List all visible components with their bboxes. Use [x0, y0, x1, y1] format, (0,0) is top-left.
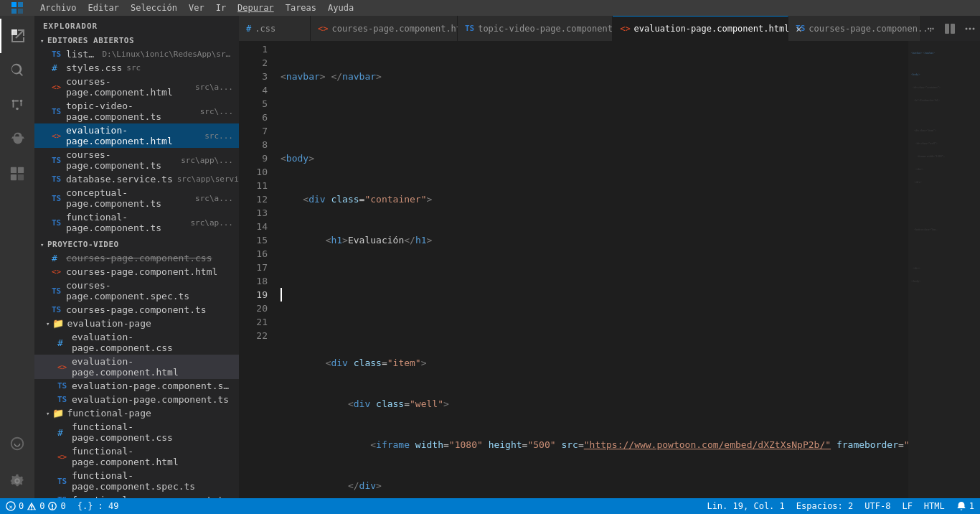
file-name: courses-page.component.html [66, 76, 191, 98]
menu-item-ir[interactable]: Ir [210, 0, 232, 16]
line-number: 9 [239, 151, 268, 165]
open-editors-header[interactable]: ▾ EDITORES ABIERTOS [34, 34, 239, 47]
file-courses-ts-tree[interactable]: TS courses-page.component.ts [34, 303, 239, 317]
file-name: evaluation-page.component.spec... [72, 380, 233, 391]
menu-item-archivo[interactable]: Archivo [34, 0, 83, 16]
line-number: 6 [239, 111, 268, 124]
activity-git[interactable] [0, 88, 34, 122]
html-icon: <> [57, 452, 69, 462]
code-line-3: <body> [281, 151, 908, 165]
menu-item-depurar[interactable]: Depurar [232, 0, 280, 16]
open-editor-functional-ts[interactable]: TS functional-page.component.ts src\ap..… [34, 210, 239, 235]
open-editor-courses-ts[interactable]: TS courses-page.component.ts src\app\... [34, 148, 239, 172]
folder-evaluation-page[interactable]: ▾ 📁 evaluation-page [34, 317, 239, 330]
tab-label: courses-page.componen... [809, 24, 933, 34]
statusbar-line-ending[interactable]: LF [896, 498, 918, 514]
code-line-9: <div class="well"> [281, 397, 908, 411]
file-courses-html-tree[interactable]: <> courses-page.component.html [34, 265, 239, 279]
file-eval-spec-ts[interactable]: TS evaluation-page.component.spec... [34, 379, 239, 393]
file-name: courses-page.component.ts [66, 149, 176, 171]
statusbar-language[interactable]: HTML [918, 498, 951, 514]
ts-icon: TS [57, 395, 69, 404]
svg-point-7 [16, 108, 19, 111]
file-path: src\... [200, 107, 233, 116]
more-tabs-button[interactable] [960, 16, 980, 41]
activity-remote[interactable] [0, 426, 34, 461]
file-func-html[interactable]: <> functional-page.component.html [34, 444, 239, 469]
editor-area: # .css <> courses-page.component.html TS… [239, 16, 980, 498]
line-number: 13 [239, 206, 268, 220]
statusbar-spaces[interactable]: Espacios: 2 [791, 498, 859, 514]
open-editors-label: EDITORES ABIERTOS [47, 36, 134, 45]
open-editor-database-ts[interactable]: TS database.service.ts src\app\services [34, 172, 239, 186]
svg-rect-8 [11, 167, 17, 173]
statusbar-notifications[interactable]: 1 [951, 498, 980, 514]
file-path: src... [204, 131, 233, 141]
tab-more-button[interactable]: ⋯ [921, 16, 940, 41]
line-number: 3 [239, 70, 268, 83]
file-eval-css[interactable]: # evaluation-page.component.css [34, 330, 239, 355]
notification-count: 1 [969, 501, 974, 511]
statusbar-encoding[interactable]: UTF-8 [859, 498, 896, 514]
file-func-spec-ts[interactable]: TS functional-page.component.spec.ts [34, 469, 239, 493]
ts-icon: TS [52, 156, 63, 165]
file-name: courses-page.component.spec.ts [66, 280, 233, 302]
css-icon: # [57, 337, 69, 348]
svg-rect-9 [18, 167, 24, 173]
file-func-ts[interactable]: TS functional-page.component.ts [34, 493, 239, 498]
info-count: 0 [60, 501, 65, 511]
html-icon: <> [57, 363, 69, 372]
statusbar-prettier[interactable]: {.} : 49 [72, 498, 125, 514]
proyecto-video-header[interactable]: ▾ PROYECTO-VIDEO [34, 238, 239, 251]
code-content[interactable]: <navbar> </navbar> <body> <div class="co… [275, 41, 908, 498]
svg-rect-19 [31, 505, 32, 508]
file-courses-spec-ts[interactable]: TS courses-page.component.spec.ts [34, 279, 239, 303]
css-icon: # [57, 427, 69, 438]
menu-item-tareas[interactable]: Tareas [280, 0, 322, 16]
activity-search[interactable] [0, 53, 34, 88]
open-editor-topic-ts[interactable]: TS topic-video-page.component.ts src\... [34, 99, 239, 123]
file-name: evaluation-page.component.html [72, 356, 233, 378]
menu-item-seleccion[interactable]: Selección [125, 0, 183, 16]
ts-tab-icon: TS [465, 24, 474, 33]
tab-courses-html[interactable]: <> courses-page.component.html [311, 16, 458, 41]
menu-item-ayuda[interactable]: Ayuda [322, 0, 359, 16]
line-number: 19 [239, 288, 268, 302]
folder-functional-page[interactable]: ▾ 📁 functional-page [34, 406, 239, 420]
open-editor-list.ts[interactable]: TS list.ts D:\Linux\ionic\RedesApp\src\p… [34, 47, 239, 61]
error-count: 0 [19, 501, 24, 511]
activity-explorer[interactable] [0, 19, 34, 53]
line-number: 20 [239, 302, 268, 315]
file-name: functional-page.component.ts [66, 212, 186, 233]
open-editor-courses-html[interactable]: <> courses-page.component.html src\a... [34, 75, 239, 99]
tab-close-button[interactable]: ✕ [796, 23, 801, 34]
tab-evaluation-html[interactable]: <> evaluation-page.component.html ✕ [613, 16, 788, 41]
tab-courses-comp[interactable]: TS courses-page.componen... [788, 16, 921, 41]
menu-item-editar[interactable]: Editar [83, 0, 125, 16]
svg-rect-11 [18, 174, 24, 180]
statusbar-right: Lin. 19, Col. 1 Espacios: 2 UTF-8 LF HTM… [701, 498, 980, 514]
css-icon: # [52, 253, 63, 263]
tab-topic-ts[interactable]: TS topic-video-page.component.ts [458, 16, 613, 41]
line-number: 12 [239, 192, 268, 206]
open-editor-evaluation-html[interactable]: <> evaluation-page.component.html src... [34, 123, 239, 148]
activity-settings[interactable] [0, 464, 34, 498]
split-editor-button[interactable] [940, 16, 960, 41]
tab-css[interactable]: # .css [239, 16, 311, 41]
menu-item-ver[interactable]: Ver [183, 0, 210, 16]
file-courses-css-strikethrough[interactable]: # courses-page.component.css [34, 251, 239, 265]
code-editor[interactable]: 1 2 3 4 5 6 7 8 9 10 11 12 13 14 [239, 41, 908, 498]
file-eval-html[interactable]: <> evaluation-page.component.html [34, 355, 239, 379]
activity-extensions[interactable] [0, 156, 34, 191]
tab-label: topic-video-page.component.ts [478, 24, 628, 34]
statusbar-line-col[interactable]: Lin. 19, Col. 1 [701, 498, 790, 514]
open-editor-conceptual-ts[interactable]: TS conceptual-page.component.ts src\a... [34, 186, 239, 210]
file-eval-ts[interactable]: TS evaluation-page.component.ts [34, 393, 239, 406]
activity-debug[interactable] [0, 122, 34, 156]
open-editor-styles.css[interactable]: # styles.css src [34, 61, 239, 75]
file-name: courses-page.component.html [66, 266, 217, 277]
file-path: src\a... [195, 83, 233, 92]
statusbar-errors[interactable]: ✕ 0 0 0 [0, 498, 72, 514]
file-func-css[interactable]: # functional-page.component.css [34, 420, 239, 444]
cursor-indicator [281, 288, 282, 302]
